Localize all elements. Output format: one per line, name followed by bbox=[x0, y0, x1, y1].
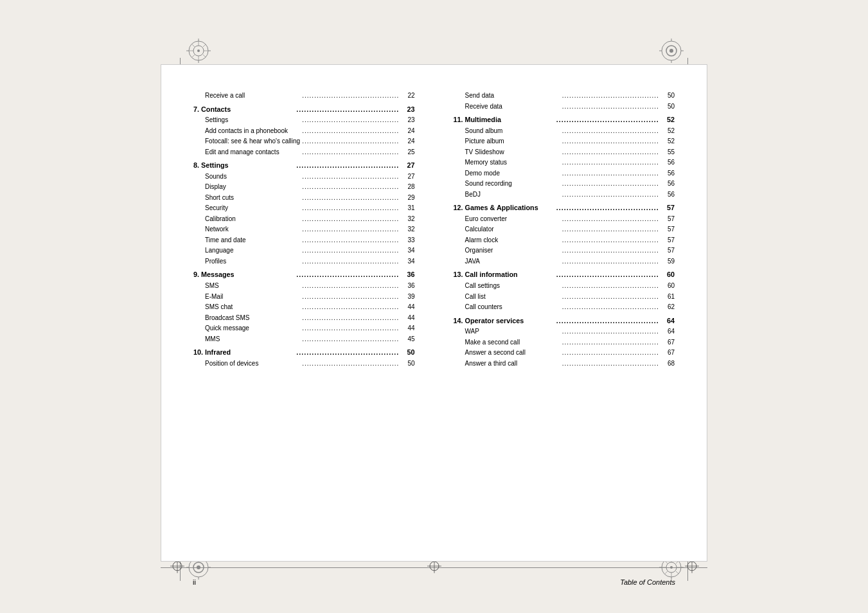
toc-entry: Sounds..................................… bbox=[193, 172, 415, 182]
toc-entry-title: Answer a second call bbox=[465, 348, 561, 358]
toc-entry-dots: ........................................ bbox=[302, 203, 400, 213]
toc-entry-page: 50 bbox=[662, 102, 675, 112]
toc-entry: BeDJ....................................… bbox=[454, 190, 675, 200]
toc-entry-dots: ........................................ bbox=[302, 214, 400, 224]
toc-entry-page: 22 bbox=[402, 91, 415, 101]
toc-entry-dots: ........................................ bbox=[296, 347, 400, 358]
toc-entry-title: 14. Operator services bbox=[454, 315, 555, 326]
toc-entry-page: 56 bbox=[662, 190, 675, 200]
toc-entry-title: 11. Multimedia bbox=[454, 114, 555, 125]
left-column: Receive a call..........................… bbox=[193, 91, 415, 535]
toc-entry-page: 56 bbox=[662, 168, 675, 179]
svg-point-30 bbox=[197, 565, 200, 569]
toc-entry-page: 34 bbox=[402, 245, 415, 256]
toc-entry: 7. Contacts.............................… bbox=[193, 104, 415, 115]
toc-entry-dots: ........................................ bbox=[556, 202, 660, 213]
toc-entry: Calibration.............................… bbox=[193, 214, 415, 224]
toc-entry-title: Demo mode bbox=[465, 168, 561, 179]
toc-entry-dots: ........................................ bbox=[562, 292, 660, 302]
toc-entry-title: Broadcast SMS bbox=[205, 313, 301, 323]
toc-entry: Send data...............................… bbox=[454, 91, 675, 101]
toc-entry-page: 52 bbox=[662, 136, 675, 147]
toc-entry-dots: ........................................ bbox=[562, 326, 660, 337]
svg-line-48 bbox=[676, 571, 678, 574]
svg-line-12 bbox=[192, 55, 195, 57]
toc-entry: Make a second call......................… bbox=[454, 337, 675, 348]
toc-entry-page: 55 bbox=[662, 147, 675, 157]
svg-point-40 bbox=[670, 566, 673, 569]
toc-entry-page: 44 bbox=[402, 323, 415, 333]
toc-entry: Organiser...............................… bbox=[454, 245, 675, 256]
svg-line-10 bbox=[203, 55, 206, 57]
toc-entry-dots: ........................................ bbox=[562, 179, 660, 189]
svg-point-2 bbox=[197, 49, 200, 52]
toc-entry-page: 32 bbox=[402, 224, 415, 235]
toc-entry-title: Memory status bbox=[465, 157, 561, 168]
toc-entry-dots: ........................................ bbox=[296, 269, 400, 280]
toc-entry: 11. Multimedia..........................… bbox=[454, 114, 675, 125]
toc-entry-page: 32 bbox=[402, 214, 415, 224]
toc-entry-dots: ........................................ bbox=[562, 348, 660, 358]
toc-entry-title: Call counters bbox=[465, 302, 561, 312]
toc-entry-dots: ........................................ bbox=[562, 224, 660, 235]
toc-entry: Receive data............................… bbox=[454, 102, 675, 112]
toc-entry-dots: ........................................ bbox=[302, 359, 400, 369]
toc-entry: Display.................................… bbox=[193, 182, 415, 192]
toc-entry-title: 9. Messages bbox=[193, 269, 295, 280]
toc-entry: Memory status...........................… bbox=[454, 157, 675, 168]
toc-entry-title: 12. Games & Applications bbox=[454, 202, 555, 213]
corner-decoration-top-right bbox=[659, 39, 684, 63]
toc-entry-dots: ........................................ bbox=[562, 190, 660, 200]
toc-entry-page: 28 bbox=[402, 182, 415, 192]
toc-entry-title: Sound recording bbox=[465, 179, 561, 189]
toc-entry-title: E-Mail bbox=[205, 292, 301, 302]
toc-entry: E-Mail..................................… bbox=[193, 292, 415, 302]
toc-entry: 14. Operator services...................… bbox=[454, 315, 675, 326]
toc-entry: WAP.....................................… bbox=[454, 326, 675, 337]
toc-entry: Calculator..............................… bbox=[454, 224, 675, 235]
footer: ii Table of Contents bbox=[161, 578, 707, 586]
svg-line-50 bbox=[665, 571, 668, 574]
toc-entry-title: Fotocall: see & hear who's calling bbox=[205, 136, 301, 147]
toc-entry-title: Add contacts in a phonebook bbox=[205, 126, 301, 136]
toc-entry: Answer a third call.....................… bbox=[454, 359, 675, 369]
toc-entry-dots: ........................................ bbox=[562, 91, 660, 101]
toc-entry: 9. Messages.............................… bbox=[193, 269, 415, 280]
toc-entry: SMS chat................................… bbox=[193, 302, 415, 312]
toc-entry-title: Send data bbox=[465, 91, 561, 101]
toc-entry: Time and date...........................… bbox=[193, 235, 415, 245]
toc-entry-page: 60 bbox=[662, 281, 675, 291]
toc-entry: Call list...............................… bbox=[454, 292, 675, 302]
toc-entry-dots: ........................................ bbox=[302, 147, 400, 157]
toc-entry-dots: ........................................ bbox=[302, 193, 400, 203]
toc-entry-dots: ........................................ bbox=[302, 126, 400, 136]
toc-entry-page: 23 bbox=[402, 104, 415, 115]
toc-entry: Position of devices.....................… bbox=[193, 359, 415, 369]
toc-entry-page: 57 bbox=[662, 214, 675, 224]
toc-entry-page: 57 bbox=[662, 224, 675, 235]
toc-entry-dots: ........................................ bbox=[562, 157, 660, 168]
toc-entry-title: 13. Call information bbox=[454, 269, 555, 280]
toc-entry: Receive a call..........................… bbox=[193, 91, 415, 101]
toc-entry-dots: ........................................ bbox=[302, 115, 400, 125]
toc-entry-dots: ........................................ bbox=[562, 235, 660, 245]
toc-entry-dots: ........................................ bbox=[296, 104, 400, 115]
toc-entry-dots: ........................................ bbox=[296, 160, 400, 171]
toc-entry-dots: ........................................ bbox=[302, 172, 400, 182]
toc-entry: Answer a second call....................… bbox=[454, 348, 675, 358]
toc-entry-page: 23 bbox=[402, 115, 415, 125]
toc-entry-page: 36 bbox=[402, 281, 415, 291]
toc-entry-title: JAVA bbox=[465, 256, 561, 267]
svg-point-20 bbox=[669, 49, 673, 53]
toc-entry-dots: ........................................ bbox=[562, 102, 660, 112]
toc-entry-page: 64 bbox=[662, 326, 675, 337]
toc-entry-page: 57 bbox=[662, 245, 675, 256]
toc-entry-dots: ........................................ bbox=[302, 182, 400, 192]
toc-entry-title: Settings bbox=[205, 115, 301, 125]
toc-entry-title: SMS bbox=[205, 281, 301, 291]
footer-title: Table of Contents bbox=[620, 578, 675, 586]
toc-entry-title: WAP bbox=[465, 326, 561, 337]
toc-entry-dots: ........................................ bbox=[302, 313, 400, 323]
toc-entry-title: Time and date bbox=[205, 235, 301, 245]
toc-entry-page: 25 bbox=[402, 147, 415, 157]
